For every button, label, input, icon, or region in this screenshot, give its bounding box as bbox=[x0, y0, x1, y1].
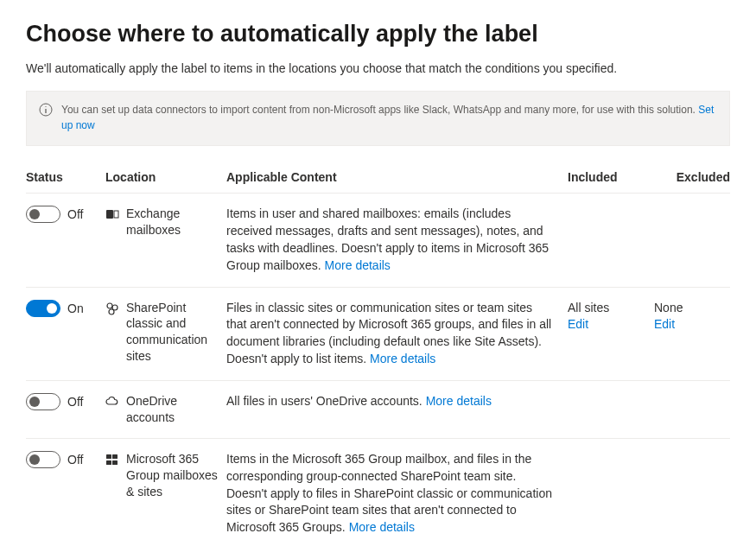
toggle-m365groups[interactable] bbox=[26, 451, 60, 468]
svg-point-5 bbox=[107, 303, 112, 308]
exchange-icon bbox=[105, 207, 119, 221]
svg-point-1 bbox=[45, 106, 46, 107]
included-value: All sites bbox=[568, 300, 654, 317]
th-excluded: Excluded bbox=[654, 170, 730, 184]
toggle-label: Off bbox=[67, 453, 83, 467]
svg-rect-3 bbox=[106, 210, 113, 219]
table-header: Status Location Applicable Content Inclu… bbox=[26, 163, 730, 193]
locations-table: Status Location Applicable Content Inclu… bbox=[26, 163, 730, 546]
edit-excluded-link[interactable]: Edit bbox=[654, 317, 675, 331]
location-name: SharePoint classic and communication sit… bbox=[126, 300, 219, 365]
page-title: Choose where to automatically apply the … bbox=[26, 21, 730, 48]
content-cell: Items in user and shared mailboxes: emai… bbox=[226, 206, 568, 275]
info-banner-message: You can set up data connectors to import… bbox=[61, 104, 698, 116]
more-details-link[interactable]: More details bbox=[370, 352, 435, 365]
excluded-cell: None Edit bbox=[654, 300, 730, 334]
svg-rect-9 bbox=[112, 454, 118, 459]
location-cell: Exchange mailboxes bbox=[105, 206, 226, 238]
th-status: Status bbox=[26, 170, 105, 184]
content-cell: Files in classic sites or communication … bbox=[226, 300, 568, 369]
svg-point-7 bbox=[109, 309, 114, 314]
location-name: Microsoft 365 Group mailboxes & sites bbox=[126, 451, 219, 500]
status-cell: Off bbox=[26, 451, 105, 468]
content-cell: Items in the Microsoft 365 Group mailbox… bbox=[226, 451, 568, 536]
location-cell: Microsoft 365 Group mailboxes & sites bbox=[105, 451, 226, 500]
edit-included-link[interactable]: Edit bbox=[568, 317, 588, 331]
th-included: Included bbox=[568, 170, 654, 184]
location-name: Exchange mailboxes bbox=[126, 206, 219, 238]
status-cell: Off bbox=[26, 206, 105, 223]
toggle-onedrive[interactable] bbox=[26, 393, 60, 410]
location-name: OneDrive accounts bbox=[126, 393, 219, 426]
table-row: On SharePoint classic and communication … bbox=[26, 287, 730, 381]
more-details-link[interactable]: More details bbox=[349, 520, 415, 534]
table-row: Off Microsoft 365 Group mailboxes & site… bbox=[26, 438, 730, 546]
svg-rect-11 bbox=[112, 460, 118, 465]
svg-rect-4 bbox=[114, 211, 118, 218]
table-row: Off Exchange mailboxes Items in user and… bbox=[26, 193, 730, 287]
onedrive-icon bbox=[105, 395, 119, 409]
info-banner-text: You can set up data connectors to import… bbox=[61, 102, 717, 133]
toggle-exchange[interactable] bbox=[26, 206, 60, 223]
svg-rect-10 bbox=[106, 460, 111, 465]
content-text: All files in users' OneDrive accounts. bbox=[226, 394, 426, 408]
more-details-link[interactable]: More details bbox=[426, 394, 492, 408]
toggle-label: Off bbox=[67, 207, 83, 221]
th-location: Location bbox=[105, 170, 226, 184]
included-cell: All sites Edit bbox=[568, 300, 654, 334]
sharepoint-icon bbox=[105, 302, 119, 315]
page-description: We'll automatically apply the label to i… bbox=[26, 61, 730, 75]
content-cell: All files in users' OneDrive accounts. M… bbox=[226, 393, 568, 410]
toggle-sharepoint[interactable] bbox=[26, 300, 60, 317]
m365-groups-icon bbox=[105, 453, 119, 467]
info-banner: You can set up data connectors to import… bbox=[26, 91, 730, 146]
th-content: Applicable Content bbox=[226, 170, 568, 184]
location-cell: SharePoint classic and communication sit… bbox=[105, 300, 226, 365]
status-cell: Off bbox=[26, 393, 105, 410]
location-cell: OneDrive accounts bbox=[105, 393, 226, 426]
excluded-value: None bbox=[654, 300, 730, 317]
status-cell: On bbox=[26, 300, 105, 317]
info-icon bbox=[39, 103, 53, 117]
toggle-label: On bbox=[67, 302, 84, 315]
more-details-link[interactable]: More details bbox=[325, 258, 391, 272]
svg-rect-8 bbox=[106, 454, 111, 459]
toggle-label: Off bbox=[67, 395, 83, 409]
table-row: Off OneDrive accounts All files in users… bbox=[26, 380, 730, 438]
